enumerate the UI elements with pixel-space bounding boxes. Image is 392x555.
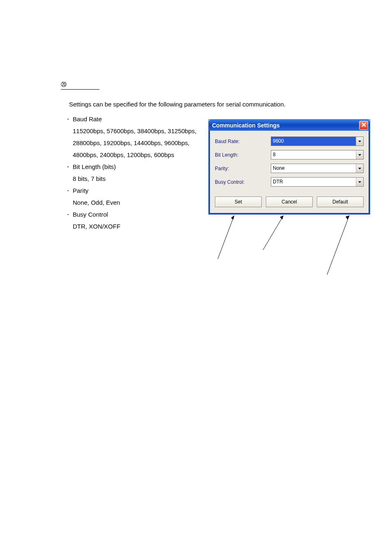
bullet-body-line: 4800bps, 2400bps, 1200bps, 600bps [73, 149, 196, 161]
bullet-dot: ・ [63, 208, 73, 220]
svg-marker-7 [280, 215, 284, 220]
leader-arrow [260, 210, 293, 252]
button-row: Set Cancel Default [215, 197, 364, 207]
combo-value: DTR [271, 178, 356, 186]
field-label: Bit Length: [215, 152, 271, 158]
bullet-dot: ・ [63, 185, 73, 197]
close-button[interactable] [359, 121, 368, 130]
bullet-body-line: DTR, XON/XOFF [73, 220, 196, 232]
baud-rate-combo[interactable]: 9600 [271, 136, 364, 146]
chevron-down-icon[interactable] [356, 178, 363, 186]
svg-marker-1 [358, 154, 361, 156]
bullet-list: ・Baud Rate 115200bps, 57600bps, 38400bps… [63, 113, 196, 232]
bullet-title: Busy Control [73, 208, 108, 220]
bullet-title: Baud Rate [73, 113, 102, 125]
chevron-down-icon[interactable] [356, 164, 363, 173]
bullet-body-line: 115200bps, 57600bps, 38400bps, 31250bps, [73, 125, 196, 137]
field-label: Busy Control: [215, 179, 271, 185]
chevron-down-icon[interactable] [356, 137, 363, 146]
set-button[interactable]: Set [215, 197, 262, 207]
svg-marker-5 [231, 215, 234, 220]
dialog-title: Communication Settings [212, 122, 359, 129]
busy-control-combo[interactable]: DTR [271, 177, 364, 187]
communication-settings-dialog: Communication Settings Baud Rate: 9600 B… [209, 120, 370, 214]
field-busy-control: Busy Control: DTR [215, 177, 364, 187]
bullet-body-line: 28800bps, 19200bps, 14400bps, 9600bps, [73, 137, 196, 149]
leader-arrow [214, 210, 239, 260]
svg-line-8 [327, 215, 349, 275]
svg-marker-3 [358, 181, 361, 183]
svg-line-4 [218, 215, 234, 259]
default-button[interactable]: Default [317, 197, 364, 207]
field-parity: Parity: None [215, 164, 364, 173]
field-label: Baud Rate: [215, 139, 271, 144]
bullet-dot: ・ [63, 161, 73, 173]
bullet-body-line: None, Odd, Even [73, 197, 196, 208]
bullet-body-line: 8 bits, 7 bits [73, 173, 196, 185]
bullet-dot: ・ [63, 113, 73, 125]
svg-line-6 [263, 215, 284, 250]
titlebar[interactable]: Communication Settings [209, 120, 370, 131]
dialog-body: Baud Rate: 9600 Bit Length: 8 Parity: No… [209, 131, 370, 214]
leader-arrow [324, 210, 357, 276]
field-label: Parity: [215, 166, 271, 171]
svg-marker-2 [358, 168, 361, 169]
bit-length-combo[interactable]: 8 [271, 150, 364, 160]
close-icon [362, 123, 366, 128]
field-baud-rate: Baud Rate: 9600 [215, 136, 364, 146]
combo-value: None [271, 164, 356, 173]
bullet-title: Parity [73, 185, 88, 197]
parity-combo[interactable]: None [271, 164, 364, 173]
chevron-down-icon[interactable] [356, 150, 363, 159]
combo-value: 9600 [271, 137, 356, 146]
combo-value: 8 [271, 150, 356, 159]
field-bit-length: Bit Length: 8 [215, 150, 364, 160]
svg-marker-0 [358, 141, 361, 142]
svg-marker-9 [346, 215, 349, 220]
cancel-button[interactable]: Cancel [266, 197, 313, 207]
section-number: ⑳ [61, 81, 99, 90]
intro-text: Settings can be specified for the follow… [69, 101, 286, 108]
bullet-title: Bit Length (bits) [73, 161, 116, 173]
